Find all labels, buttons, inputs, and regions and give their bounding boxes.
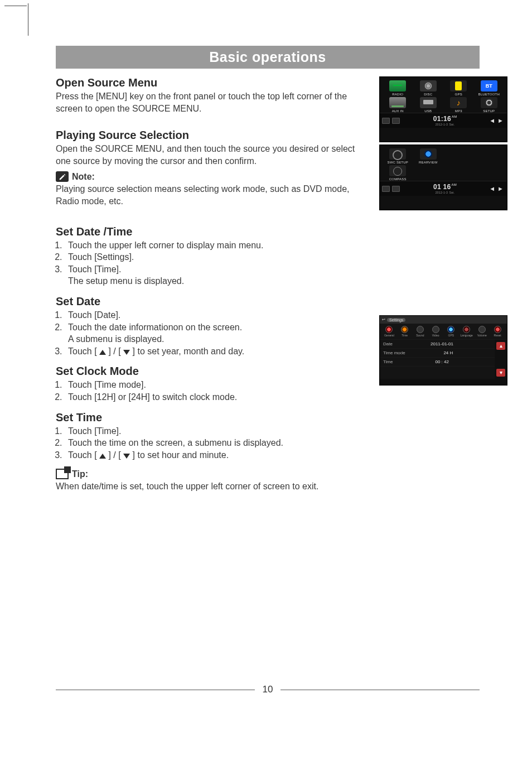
tip-icon	[56, 469, 69, 479]
thumbnail-column: RADIO DISC GPS BTBLUETOOTH AUX IN USB MP…	[368, 76, 507, 499]
list-item: Touch [Time].	[65, 425, 368, 437]
text-fragment: Touch [	[68, 450, 99, 460]
compass-icon	[389, 165, 406, 176]
clock-display: 01:16AM 2012-1-3 Sat.	[433, 115, 457, 126]
pencil-icon	[56, 171, 69, 182]
icon-caption: SWC SETUP	[388, 161, 408, 164]
tab-label: Time	[402, 334, 408, 337]
page-footer: 10	[56, 684, 480, 695]
tab-label: GPS	[448, 334, 454, 337]
settings-tabs: General Time Sound Video GPS Language Vo…	[380, 324, 507, 340]
icon-caption: REARVIEW	[419, 161, 438, 164]
manual-page: Basic operations Open Source Menu Press …	[0, 0, 532, 761]
usb-icon	[420, 97, 437, 108]
icon-caption: DISC	[424, 93, 432, 96]
text-fragment: ] / [	[106, 346, 123, 356]
disc-icon	[420, 80, 437, 91]
radio-icon	[389, 80, 406, 91]
text-fragment: ] to set hour and minute.	[130, 450, 229, 460]
clock-day: Sat.	[449, 123, 454, 126]
settings-list: Date2011-01-01 Time mode24 H Time00 : 42	[380, 340, 495, 379]
icon-caption: BLUETOOTH	[478, 93, 500, 96]
tab-label: General	[384, 334, 394, 337]
row-value: 00 : 42	[436, 359, 449, 364]
bluetooth-icon: BT	[481, 80, 497, 91]
icon-caption: SETUP	[483, 109, 495, 113]
back-icon: ↩	[382, 317, 385, 322]
footer-rule-right	[280, 690, 480, 690]
list-item: Touch [Date].	[65, 309, 368, 321]
tip-label: Tip:	[72, 469, 88, 479]
icon-caption: USB	[424, 109, 432, 113]
volume-tab-icon	[478, 326, 486, 333]
reset-tab-icon	[494, 326, 501, 333]
clock-time: 01 16	[433, 183, 451, 191]
aux-icon	[389, 97, 406, 108]
row-label: Time mode	[383, 350, 405, 355]
heading-open-source-menu: Open Source Menu	[56, 76, 368, 89]
text-column: Open Source Menu Press the [MENU] key on…	[56, 76, 368, 499]
tab-label: Volume	[477, 334, 487, 337]
row-value: 24 H	[443, 350, 453, 355]
list-item: Touch [Settings].	[65, 251, 368, 263]
swc-setup-icon	[389, 148, 406, 160]
list-set-clock-mode: Touch [Time mode]. Touch [12H] or [24H] …	[56, 379, 368, 403]
body-open-source-menu: Press the [MENU] key on the front panel …	[56, 90, 368, 114]
thumbnail-settings-time: ↩ Settings General Time Sound Video GPS …	[379, 315, 507, 386]
clock-date: 2012-1-3	[436, 191, 448, 194]
list-set-time: Touch [Time]. Touch the time on the scre…	[56, 425, 368, 461]
row-label: Time	[383, 359, 393, 364]
crop-mark-vertical	[28, 3, 28, 36]
sub-set-date-time: The setup menu is displayed.	[68, 275, 368, 287]
clock-time: 01:16	[433, 115, 451, 123]
row-label: Date	[383, 341, 393, 346]
screenshot-icon	[382, 186, 390, 192]
video-tab-icon	[432, 326, 439, 333]
heading-set-time: Set Time	[56, 411, 368, 424]
mp3-icon	[450, 97, 467, 108]
tab-label: Sound	[416, 334, 424, 337]
tab-label: Reset	[494, 334, 501, 337]
triangle-up-icon	[99, 350, 106, 355]
general-tab-icon	[385, 326, 393, 333]
tab-label: Language	[461, 334, 473, 337]
clock-date: 2012-1-3	[436, 123, 448, 126]
list-item: Touch [12H] or [24H] to switch clock mod…	[65, 391, 368, 403]
text-fragment: Touch [	[68, 346, 99, 356]
sub-set-date: A submenu is displayed.	[68, 333, 368, 345]
tip-block: Tip: When date/time is set, touch the up…	[56, 469, 368, 493]
text-fragment: ] / [	[106, 450, 123, 460]
thumbnail-source-menu-2: SWC SETUP REARVIEW COMPASS 01 16AM 2012-…	[379, 145, 507, 210]
page-number: 10	[255, 684, 281, 695]
heading-set-date-time: Set Date /Time	[56, 225, 368, 238]
section-set-date: Set Date Touch [Date]. Touch the date in…	[56, 295, 368, 357]
icon-caption: AUX IN	[392, 109, 404, 113]
crop-mark-horizontal	[4, 6, 27, 6]
row-value: 2011-01-01	[431, 341, 453, 346]
icon-caption: COMPASS	[389, 177, 407, 181]
list-item: Touch [Time mode].	[65, 379, 368, 391]
clock-day: Sat.	[449, 191, 454, 194]
section-playing-source-selection: Playing Source Selection Open the SOURCE…	[56, 129, 368, 167]
settings-title: Settings	[387, 318, 405, 322]
sound-tab-icon	[417, 326, 424, 333]
note-block: Note: Playing source selection means sel…	[56, 171, 368, 207]
clock-display: 01 16AM 2012-1-3 Sat.	[433, 183, 457, 194]
wallpaper-icon	[392, 118, 400, 124]
clock-ampm: AM	[452, 183, 457, 186]
heading-set-clock-mode: Set Clock Mode	[56, 365, 368, 378]
setup-icon	[481, 97, 497, 108]
language-tab-icon	[463, 326, 470, 333]
scroll-down-icon: ▾	[496, 369, 505, 377]
tip-body: When date/time is set, touch the upper l…	[56, 480, 368, 493]
heading-playing-source-selection: Playing Source Selection	[56, 129, 368, 142]
gps-tab-icon	[447, 326, 454, 333]
section-set-clock-mode: Set Clock Mode Touch [Time mode]. Touch …	[56, 365, 368, 403]
triangle-up-icon	[99, 454, 106, 459]
body-playing-source-selection: Open the SOURCE MENU, and then touch the…	[56, 143, 368, 167]
section-set-time: Set Time Touch [Time]. Touch the time on…	[56, 411, 368, 461]
footer-rule-left	[56, 690, 255, 690]
wallpaper-icon	[392, 186, 400, 192]
list-item: Touch the date informationon on the scre…	[65, 321, 368, 345]
list-item: Touch [ ] / [ ] to set hour and minute.	[65, 449, 368, 461]
